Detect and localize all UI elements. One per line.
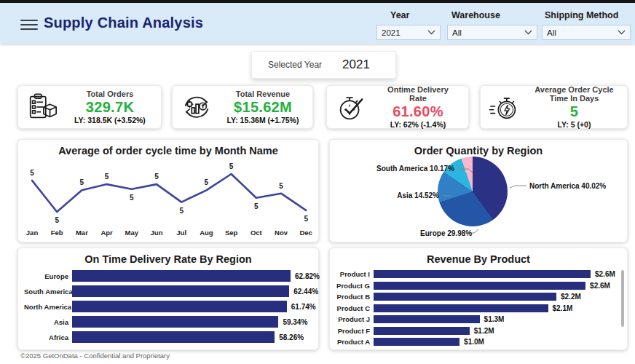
bar-row: Product C$2.1M bbox=[336, 304, 617, 312]
bar-row: Product A$1.0M bbox=[336, 338, 617, 346]
kpi-ly-value: LY: 5 (+0) bbox=[526, 120, 623, 129]
warehouse-dropdown[interactable]: All bbox=[447, 25, 537, 40]
x-axis-label: Dec bbox=[299, 229, 312, 237]
line-chart-card: Average of order cycle time by Month Nam… bbox=[17, 139, 319, 242]
kpi-ly-value: LY: 318.5K (+3.52%) bbox=[63, 116, 157, 124]
pie-label-asia: Asia 14.52% bbox=[397, 191, 439, 199]
bar-category-label: Product B bbox=[336, 293, 374, 301]
bar-category-label: Europe bbox=[24, 272, 72, 280]
bar[interactable] bbox=[374, 327, 470, 335]
kpi-ly-value: LY: 15.36M (+1.75%) bbox=[218, 116, 308, 124]
kpi-card-total-revenue: Total Revenue $15.62M LY: 15.36M (+1.75%… bbox=[172, 85, 313, 129]
bar[interactable] bbox=[72, 331, 275, 343]
otd-chart-title: On Time Delivery Rate By Region bbox=[18, 253, 318, 265]
pie-label-north-america: North America 40.02% bbox=[529, 182, 606, 190]
header-bar: Supply Chain Analysis Year Warehouse Shi… bbox=[0, 3, 635, 44]
warehouse-dropdown-value: All bbox=[452, 28, 524, 37]
bar[interactable] bbox=[374, 293, 556, 301]
selected-year-value: 2021 bbox=[342, 58, 370, 72]
scrollbar-thumb[interactable] bbox=[621, 270, 624, 327]
bar-value-label: $2.6M bbox=[590, 282, 610, 290]
x-axis-label: Oct bbox=[251, 229, 263, 237]
bar-row: South America62.44% bbox=[24, 285, 312, 297]
x-axis-label: Feb bbox=[51, 229, 63, 237]
bar[interactable] bbox=[374, 315, 480, 323]
line-chart-title: Average of order cycle time by Month Nam… bbox=[18, 145, 318, 157]
bar-value-label: $1.3M bbox=[484, 315, 505, 323]
line-chart[interactable]: 5Jan5Feb5Mar5Apr5May5Jun5Jul5Aug5Sep5Oct… bbox=[18, 160, 320, 242]
bar-row: Asia59.34% bbox=[24, 316, 312, 328]
pie-chart-card: Order Quantity by Region South America 1… bbox=[329, 139, 628, 242]
bar-value-label: $2.6M bbox=[595, 270, 615, 278]
chevron-down-icon bbox=[618, 30, 626, 35]
chevron-down-icon bbox=[524, 30, 532, 35]
bar-value-label: 61.74% bbox=[291, 303, 316, 311]
bar-category-label: Product G bbox=[336, 282, 374, 290]
bar-category-label: North America bbox=[24, 303, 72, 311]
stopwatch-fast-icon bbox=[488, 90, 521, 124]
bar-category-label: Africa bbox=[24, 333, 72, 341]
hamburger-menu-icon[interactable] bbox=[20, 17, 38, 31]
bar-value-label: $1.2M bbox=[474, 327, 494, 335]
selected-year-label: Selected Year bbox=[268, 60, 322, 70]
pie-label-europe: Europe 29.98% bbox=[420, 229, 472, 237]
revenue-bar-chart-card: Revenue By Product Product I$2.6MProduct… bbox=[329, 248, 628, 350]
bar[interactable] bbox=[374, 338, 460, 346]
bar[interactable] bbox=[374, 270, 591, 278]
year-dropdown[interactable]: 2021 bbox=[376, 25, 441, 40]
chevron-down-icon bbox=[427, 30, 435, 35]
x-axis-label: Jun bbox=[151, 229, 163, 237]
shipping-method-dropdown-value: All bbox=[547, 28, 618, 37]
bar[interactable] bbox=[72, 285, 289, 297]
x-axis-label: Aug bbox=[200, 229, 213, 237]
data-label: 5 bbox=[55, 216, 59, 224]
bar-category-label: South America bbox=[24, 288, 72, 296]
x-axis-label: Jul bbox=[176, 229, 186, 237]
bar-value-label: $2.1M bbox=[553, 304, 573, 312]
x-axis-label: Jan bbox=[26, 229, 39, 237]
pie-chart-title: Order Quantity by Region bbox=[330, 145, 627, 157]
bar[interactable] bbox=[374, 282, 585, 290]
bar-category-label: Asia bbox=[24, 318, 72, 326]
revenue-chart-title: Revenue By Product bbox=[330, 253, 627, 265]
bar-category-label: Product I bbox=[336, 270, 374, 278]
data-label: 5 bbox=[105, 173, 109, 181]
selected-year-card: Selected Year 2021 bbox=[251, 51, 396, 79]
x-axis-label: May bbox=[125, 229, 139, 237]
x-axis-label: Apr bbox=[100, 229, 113, 237]
data-label: 5 bbox=[229, 162, 234, 170]
kpi-ly-value: LY: 62% (-1.4%) bbox=[372, 120, 464, 129]
bar-row: North America61.74% bbox=[24, 301, 312, 312]
bar[interactable] bbox=[374, 304, 548, 312]
revenue-cycle-icon bbox=[180, 90, 213, 124]
bar-category-label: Product J bbox=[336, 315, 374, 323]
kpi-value: 61.60% bbox=[372, 103, 464, 120]
warehouse-filter-label: Warehouse bbox=[451, 10, 500, 20]
year-filter-label: Year bbox=[390, 10, 409, 20]
bar-category-label: Product A bbox=[336, 338, 374, 346]
kpi-card-total-orders: Total Orders 329.7K LY: 318.5K (+3.52%) bbox=[17, 85, 162, 129]
kpi-value: $15.62M bbox=[218, 99, 308, 116]
bar-row: Product B$2.2M bbox=[336, 293, 617, 301]
data-label: 5 bbox=[80, 178, 84, 186]
bar-category-label: Product F bbox=[336, 327, 374, 335]
kpi-value: 329.7K bbox=[63, 99, 157, 116]
bar-category-label: Product C bbox=[336, 304, 374, 312]
data-label: 5 bbox=[179, 207, 184, 215]
kpi-title: Total Orders bbox=[63, 90, 157, 99]
x-axis-label: Sep bbox=[225, 229, 238, 237]
bar-value-label: 59.34% bbox=[283, 318, 307, 326]
bar[interactable] bbox=[72, 301, 287, 312]
kpi-title: Total Revenue bbox=[218, 90, 308, 99]
kpi-card-avg-order-cycle: Average Order Cycle Time In Days 5 LY: 5… bbox=[480, 85, 628, 129]
stopwatch-check-icon bbox=[334, 90, 368, 124]
bar[interactable] bbox=[72, 316, 278, 328]
bar[interactable] bbox=[72, 270, 291, 282]
footer-copyright: ©2025 GetOnData - Confidential and Propr… bbox=[20, 352, 170, 360]
year-dropdown-value: 2021 bbox=[382, 28, 427, 37]
bar-row: Africa58.26% bbox=[24, 331, 312, 343]
line-series[interactable] bbox=[32, 174, 306, 212]
x-axis-label: Mar bbox=[76, 229, 88, 237]
shipping-method-dropdown[interactable]: All bbox=[542, 25, 631, 40]
kpi-value: 5 bbox=[526, 103, 623, 120]
